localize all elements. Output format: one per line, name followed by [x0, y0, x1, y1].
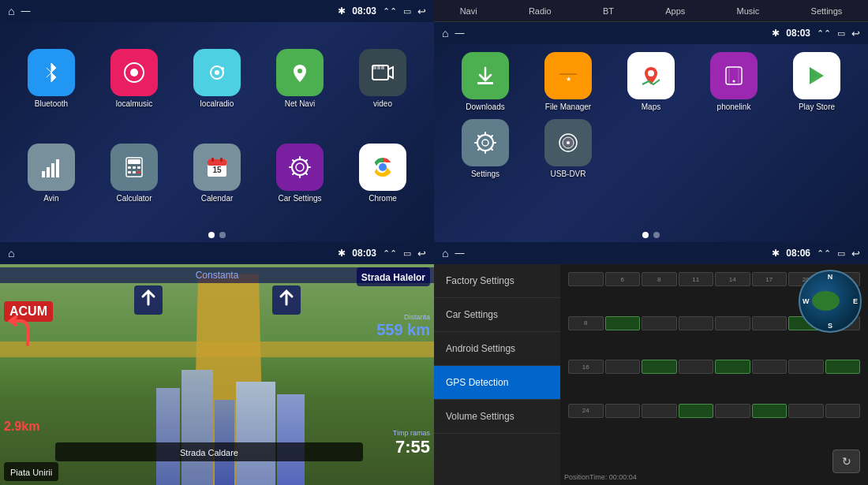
q1-app-drawer: ⌂ — ✱ 08:03 ⌃⌃ ▭ ↩ Bluetooth	[0, 0, 434, 242]
app-phonelink[interactable]: phonelink	[694, 52, 773, 111]
compass: N S E W	[799, 270, 862, 333]
bluetooth-status-icon-q2: ✱	[772, 28, 780, 39]
svg-point-1	[130, 69, 138, 76]
carsettings-app-label: Car Settings	[278, 194, 321, 203]
dot-q2-1[interactable]	[642, 232, 649, 238]
app-downloads[interactable]: Downloads	[446, 52, 525, 111]
status-bar-q2: ⌂ — ✱ 08:03 ⌃⌃ ▭ ↩	[434, 22, 868, 44]
gps-cell	[752, 316, 788, 330]
svg-point-30	[379, 163, 387, 171]
phonelink-app-label: phonelink	[717, 103, 751, 111]
app-carsettings[interactable]: Car Settings	[260, 128, 339, 218]
svg-text:15: 15	[212, 166, 222, 174]
compass-north: N	[828, 273, 833, 281]
app-bluetooth[interactable]: Bluetooth	[12, 33, 91, 124]
dot-1[interactable]	[208, 232, 215, 238]
app-localradio[interactable]: localradio	[178, 33, 256, 124]
compass-south: S	[828, 322, 832, 330]
back-icon-q2[interactable]: ↩	[851, 28, 860, 39]
compass-east: E	[853, 297, 858, 305]
home-icon-q3[interactable]: ⌂	[8, 247, 14, 259]
svg-point-38	[482, 140, 488, 146]
nav-street: Strada Halelor	[361, 272, 425, 283]
dot-q2-2[interactable]	[653, 232, 660, 238]
gps-cell	[642, 404, 677, 418]
back-icon-q3[interactable]: ↩	[417, 248, 426, 259]
app-avin[interactable]: Avin	[12, 128, 91, 218]
app-grid-q1: Bluetooth localmusic localradio Net Navi	[0, 25, 434, 226]
home-icon[interactable]: ⌂	[8, 5, 14, 17]
gps-cell: 6	[605, 272, 641, 286]
app-calendar[interactable]: 15 Calendar	[178, 128, 256, 218]
gps-cell	[642, 360, 677, 374]
signal-icon-q3: ⌃⌃	[383, 248, 397, 259]
filemanager-app-icon: ★	[544, 52, 592, 99]
localmusic-app-icon	[110, 49, 158, 96]
svg-rect-13	[56, 159, 59, 177]
nav-music[interactable]: Music	[731, 6, 766, 16]
compass-west: W	[803, 297, 810, 305]
status-bar-q3: ⌂ ✱ 08:03 ⌃⌃ ▭ ↩	[0, 242, 434, 264]
calendar-app-label: Calendar	[201, 194, 234, 203]
dot-2[interactable]	[219, 232, 226, 238]
settings-sidebar: Factory Settings Car Settings Android Se…	[434, 264, 560, 485]
app-settings[interactable]: Settings	[446, 119, 525, 178]
bluetooth-app-icon	[28, 49, 75, 96]
minimize-icon-q2[interactable]: —	[455, 28, 464, 39]
nav-settings[interactable]: Settings	[805, 6, 849, 16]
back-icon[interactable]: ↩	[417, 6, 426, 17]
page-dots-q2	[434, 232, 868, 238]
settings-factory[interactable]: Factory Settings	[434, 264, 560, 298]
gps-cell: 14	[715, 272, 750, 286]
app-maps[interactable]: Maps	[612, 52, 690, 111]
gps-refresh-button[interactable]: ↻	[832, 450, 860, 473]
gps-cell: 8	[568, 316, 604, 330]
calendar-app-icon: 15	[193, 144, 241, 191]
bluetooth-status-icon: ✱	[338, 6, 346, 17]
nav-navi[interactable]: Navi	[454, 6, 484, 16]
screen-icon-q2: ▭	[837, 28, 845, 39]
compass-land	[812, 291, 840, 311]
chrome-app-label: Chrome	[369, 194, 397, 203]
svg-rect-23	[208, 159, 226, 166]
nav-turn-left	[4, 313, 36, 356]
svg-rect-9	[381, 66, 384, 69]
svg-point-5	[297, 69, 302, 73]
gps-cell	[642, 316, 677, 330]
app-video[interactable]: video	[343, 33, 422, 124]
settings-gps[interactable]: GPS Detection	[434, 366, 560, 400]
home-icon-q2[interactable]: ⌂	[442, 27, 448, 39]
gps-cell	[568, 272, 604, 286]
nav-turn-arrows	[79, 285, 355, 315]
minimize-icon-q4[interactable]: —	[455, 248, 464, 259]
app-chrome[interactable]: Chrome	[343, 128, 422, 218]
app-usbdvr[interactable]: USB-DVR	[529, 119, 608, 178]
back-icon-q4[interactable]: ↩	[851, 248, 860, 259]
gps-cell	[715, 316, 750, 330]
home-icon-q4[interactable]: ⌂	[442, 247, 448, 259]
app-localmusic[interactable]: localmusic	[95, 33, 174, 124]
calculator-app-icon	[110, 144, 158, 191]
signal-icon-q4: ⌃⌃	[817, 248, 831, 259]
svg-rect-24	[211, 158, 214, 162]
settings-app-icon	[462, 119, 509, 166]
settings-car[interactable]: Car Settings	[434, 298, 560, 332]
app-calculator[interactable]: Calculator	[95, 128, 174, 218]
minimize-icon[interactable]: —	[21, 6, 30, 17]
nav-radio[interactable]: Radio	[522, 6, 558, 16]
top-navigation: Navi Radio BT Apps Music Settings	[434, 0, 868, 22]
settings-android[interactable]: Android Settings	[434, 332, 560, 366]
maps-app-label: Maps	[642, 103, 660, 111]
nav-apps[interactable]: Apps	[659, 6, 691, 16]
gps-cell	[825, 404, 861, 418]
app-netnavi[interactable]: Net Navi	[260, 33, 339, 124]
nav-bt[interactable]: BT	[597, 6, 620, 16]
settings-volume[interactable]: Volume Settings	[434, 400, 560, 434]
q3-navigation: ⌂ ✱ 08:03 ⌃⌃ ▭ ↩	[0, 242, 434, 485]
app-playstore[interactable]: Play Store	[777, 52, 856, 111]
nav-distance-left: 2.9km	[4, 420, 39, 434]
gps-cell	[788, 360, 824, 374]
gps-cell	[679, 316, 714, 330]
bluetooth-status-icon-q3: ✱	[338, 248, 346, 259]
app-filemanager[interactable]: ★ File Manager	[529, 52, 608, 111]
